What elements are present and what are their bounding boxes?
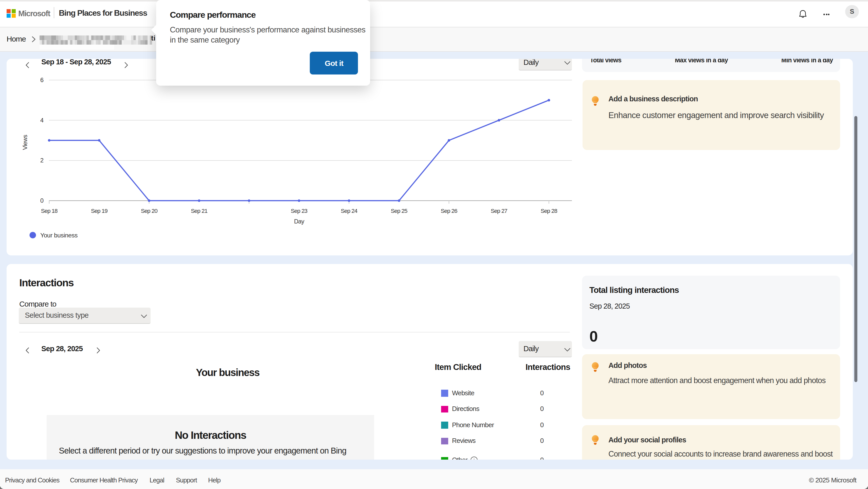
svg-text:Sep 19: Sep 19 <box>91 208 108 214</box>
svg-text:Sep 27: Sep 27 <box>491 208 507 214</box>
svg-text:Sep 24: Sep 24 <box>341 208 358 214</box>
svg-text:2: 2 <box>40 157 43 164</box>
svg-text:Sep 28: Sep 28 <box>541 208 557 214</box>
svg-text:6: 6 <box>40 76 43 84</box>
svg-text:0: 0 <box>40 197 43 204</box>
svg-text:Your business: Your business <box>40 232 78 239</box>
svg-text:Sep 26: Sep 26 <box>441 208 457 214</box>
svg-text:Sep 20: Sep 20 <box>141 208 158 214</box>
svg-text:4: 4 <box>40 117 43 124</box>
svg-text:Views: Views <box>22 135 28 150</box>
svg-text:Sep 18: Sep 18 <box>41 208 58 214</box>
svg-text:Sep 25: Sep 25 <box>391 208 407 214</box>
svg-text:Day: Day <box>294 218 305 225</box>
svg-text:Sep 23: Sep 23 <box>291 208 308 214</box>
svg-text:Sep 21: Sep 21 <box>191 208 208 214</box>
